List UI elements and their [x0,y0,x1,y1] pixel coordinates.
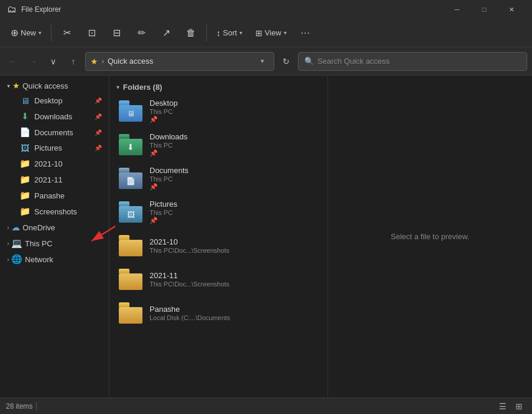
search-box[interactable]: 🔍 Search Quick access [298,52,527,71]
sidebar-item-2021-11[interactable]: 📁 2021-11 [2,172,106,187]
sidebar-panashe-label: Panashe [34,191,102,200]
2021-11-folder-icon [118,266,144,292]
panashe-folder-icon [118,300,144,326]
sidebar-item-downloads[interactable]: ⬇ Downloads 📌 [2,109,106,124]
view-icon: ⊞ [255,28,262,38]
tile-view-button[interactable]: ⊞ [512,399,526,413]
desktop-sub: This PC [150,108,319,115]
file-item-2021-10[interactable]: 2021-10 This PC\Doc...\Screenshots [112,229,325,262]
sort-icon: ↕ [216,28,220,38]
file-item-panashe[interactable]: Panashe Local Disk (C:...\Documents [112,296,325,330]
more-icon: ··· [301,28,310,38]
file-item-pictures[interactable]: 🖼 Pictures This PC 📌 [112,195,325,229]
file-item-documents[interactable]: 📄 Documents This PC 📌 [112,162,325,195]
cut-icon: ✂ [63,27,71,38]
sidebar-item-2021-10[interactable]: 📁 2021-10 [2,156,106,171]
toolbar-separator-2 [206,25,207,41]
refresh-button[interactable]: ↻ [278,53,294,70]
sidebar-item-thispc[interactable]: › 💻 This PC [2,236,106,251]
address-star-icon: ★ [90,57,98,66]
new-icon: ⊕ [11,27,18,38]
address-box[interactable]: ★ › Quick access ▾ [85,52,274,71]
documents-icon: 📄 [19,127,31,138]
close-button[interactable]: ✕ [498,0,525,19]
maximize-button[interactable]: □ [471,0,498,19]
forward-button[interactable]: → [25,53,41,70]
preview-area: Select a file to preview. [328,76,532,397]
pictures-name: Pictures [150,200,319,208]
desktop-folder-icon: 🖥 [118,98,144,124]
sidebar-item-documents[interactable]: 📄 Documents 📌 [2,125,106,140]
2021-11-file-info: 2021-11 This PC\Doc...\Screenshots [150,271,319,288]
minimize-button[interactable]: ─ [443,0,471,19]
thispc-icon: 💻 [11,238,22,249]
sidebar-item-network[interactable]: › 🌐 Network [2,252,106,267]
address-text: Quick access [108,57,252,66]
recent-button[interactable]: ∨ [45,53,61,70]
pictures-file-info: Pictures This PC 📌 [150,200,319,224]
delete-button[interactable]: 🗑 [179,21,203,45]
pictures-sub: This PC [150,209,319,216]
documents-folder-icon: 📄 [118,165,144,191]
statusbar: 28 items ☰ ⊞ [0,397,532,414]
documents-name: Documents [150,166,319,175]
file-list: ▾ Folders (8) 🖥 Desktop [109,76,328,397]
sidebar-item-panashe[interactable]: 📁 Panashe [2,188,106,203]
sidebar-2021-11-label: 2021-11 [34,175,102,184]
documents-sub: This PC [150,175,319,182]
rename-button[interactable]: ✏ [129,21,153,45]
2021-10-folder-icon [118,233,144,259]
share-button[interactable]: ↗ [154,21,178,45]
content-inner: ▾ Folders (8) 🖥 Desktop [109,76,532,397]
panashe-sub: Local Disk (C:...\Documents [150,314,319,321]
2021-11-sub: This PC\Doc...\Screenshots [150,281,319,288]
2021-10-name: 2021-10 [150,237,319,246]
up-button[interactable]: ↑ [65,53,82,70]
pictures-folder-icon: 🖼 [118,199,144,225]
downloads-name: Downloads [150,132,319,141]
copy-button[interactable]: ⊡ [80,21,103,45]
file-item-downloads[interactable]: ⬇ Downloads This PC 📌 [112,128,325,161]
folders-section-header[interactable]: ▾ Folders (8) [112,80,325,94]
2021-10-sub: This PC\Doc...\Screenshots [150,247,319,254]
sidebar-item-onedrive[interactable]: › ☁ OneDrive [2,220,106,235]
sidebar-2021-10-label: 2021-10 [34,159,102,168]
cut-button[interactable]: ✂ [55,21,79,45]
sidebar-item-desktop[interactable]: 🖥 Desktop 📌 [2,93,106,108]
file-item-desktop[interactable]: 🖥 Desktop This PC 📌 [112,94,325,128]
documents-file-info: Documents This PC 📌 [150,166,319,191]
sidebar-documents-label: Documents [34,128,91,137]
more-button[interactable]: ··· [294,21,317,45]
desktop-pin-icon: 📌 [95,97,102,104]
list-view-button[interactable]: ☰ [495,399,510,413]
search-placeholder: Search Quick access [317,57,390,66]
downloads-folder-icon: ⬇ [118,132,144,158]
sort-button[interactable]: ↕ Sort ▾ [210,21,248,45]
copy-icon: ⊡ [88,27,96,38]
sidebar-item-screenshots[interactable]: 📁 Screenshots [2,204,106,219]
status-separator [36,402,37,410]
quick-access-label: Quick access [22,82,68,90]
window-controls: ─ □ ✕ [443,0,525,19]
network-chevron: › [7,256,9,263]
sidebar-downloads-label: Downloads [34,112,91,121]
share-icon: ↗ [163,27,170,38]
sidebar-group-quick-access[interactable]: ▾ ★ Quick access [2,79,106,93]
pictures-icon: 🖼 [19,143,31,153]
toolbar: ⊕ New ▾ ✂ ⊡ ⊟ ✏ ↗ 🗑 ↕ Sort ▾ ⊞ View ▾ ··… [0,19,532,47]
view-button[interactable]: ⊞ View ▾ [249,21,293,45]
downloads-file-info: Downloads This PC 📌 [150,132,319,157]
desktop-icon: 🖥 [19,96,31,106]
sidebar-onedrive-label: OneDrive [22,223,55,232]
paste-button[interactable]: ⊟ [105,21,128,45]
address-chevron-icon[interactable]: ▾ [256,55,269,68]
paste-icon: ⊟ [113,27,121,38]
documents-pin-icon: 📌 [95,129,102,136]
folders-header-label: Folders (8) [123,83,162,92]
sidebar-item-pictures[interactable]: 🖼 Pictures 📌 [2,141,106,155]
network-icon: 🌐 [11,254,22,265]
new-button[interactable]: ⊕ New ▾ [5,21,47,45]
sidebar-pictures-label: Pictures [34,144,91,152]
file-item-2021-11[interactable]: 2021-11 This PC\Doc...\Screenshots [112,263,325,296]
back-button[interactable]: ← [5,53,21,70]
